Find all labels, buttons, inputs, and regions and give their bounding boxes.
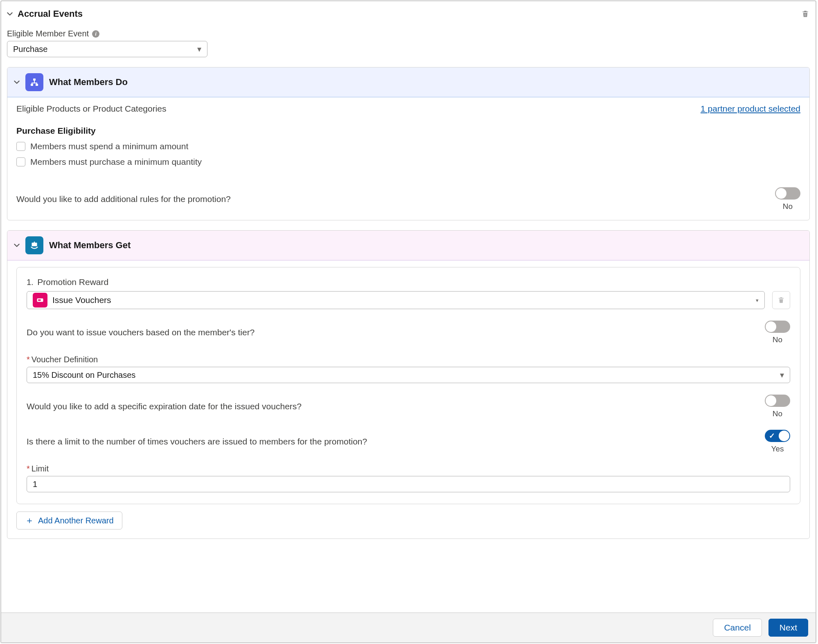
next-button[interactable]: Next xyxy=(768,619,808,637)
trash-icon xyxy=(777,296,785,304)
reward-label: Promotion Reward xyxy=(37,277,108,287)
info-icon[interactable]: i xyxy=(92,30,99,38)
what-members-do-header[interactable]: What Members Do xyxy=(7,67,809,97)
voucher-definition-select[interactable]: 15% Discount on Purchases ▾ xyxy=(27,367,790,383)
limit-toggle[interactable] xyxy=(765,430,790,442)
promotion-reward-select[interactable]: Issue Vouchers ▾ xyxy=(27,291,765,309)
voucher-definition-value: 15% Discount on Purchases xyxy=(33,370,135,380)
footer-bar: Cancel Next xyxy=(1,613,816,642)
limit-label: Limit xyxy=(32,464,49,473)
add-another-reward-button[interactable]: ＋ Add Another Reward xyxy=(16,512,122,530)
cancel-button[interactable]: Cancel xyxy=(713,619,762,637)
expiration-toggle-label: No xyxy=(773,409,782,418)
promotion-reward-value: Issue Vouchers xyxy=(52,295,111,305)
delete-accrual-button[interactable] xyxy=(801,9,810,18)
additional-rules-toggle-label: No xyxy=(783,202,793,211)
hierarchy-icon xyxy=(25,73,43,91)
min-qty-label: Members must purchase a minimum quantity xyxy=(30,157,202,167)
trash-icon xyxy=(801,10,809,18)
voucher-def-label: Voucher Definition xyxy=(32,355,98,364)
chevron-down-icon[interactable] xyxy=(14,79,20,85)
add-another-reward-label: Add Another Reward xyxy=(38,516,114,525)
eligible-event-select[interactable]: Purchase ▾ xyxy=(7,41,207,57)
purchase-eligibility-heading: Purchase Eligibility xyxy=(16,126,800,136)
limit-toggle-label: Yes xyxy=(771,444,784,453)
additional-rules-toggle[interactable] xyxy=(775,187,800,200)
caret-down-icon: ▾ xyxy=(780,370,784,380)
tier-toggle[interactable] xyxy=(765,321,790,333)
what-members-get-title: What Members Get xyxy=(49,240,131,251)
limit-question: Is there a limit to the number of times … xyxy=(27,437,367,447)
what-members-get-header[interactable]: What Members Get xyxy=(7,231,809,260)
chevron-down-icon[interactable] xyxy=(7,11,13,17)
what-members-do-title: What Members Do xyxy=(49,77,128,88)
eligible-event-label: Eligible Member Event xyxy=(7,29,89,38)
voucher-icon xyxy=(33,293,47,307)
tier-question: Do you want to issue vouchers based on t… xyxy=(27,328,255,337)
limit-input[interactable]: 1 xyxy=(27,476,790,492)
selected-products-link[interactable]: 1 partner product selected xyxy=(701,104,800,114)
reward-icon xyxy=(25,236,43,254)
eligible-products-label: Eligible Products or Product Categories xyxy=(16,104,167,114)
reward-number: 1. xyxy=(27,278,34,287)
limit-value: 1 xyxy=(33,480,37,489)
delete-reward-button[interactable] xyxy=(772,291,790,309)
svg-rect-1 xyxy=(31,84,33,86)
min-amount-label: Members must spend a minimum amount xyxy=(30,141,188,151)
expiration-toggle[interactable] xyxy=(765,395,790,407)
svg-rect-2 xyxy=(36,84,38,86)
min-qty-checkbox[interactable] xyxy=(16,157,25,166)
additional-rules-question: Would you like to add additional rules f… xyxy=(16,194,231,204)
svg-rect-5 xyxy=(38,299,41,301)
caret-down-icon: ▾ xyxy=(756,297,759,303)
chevron-down-icon[interactable] xyxy=(14,242,20,248)
caret-down-icon: ▾ xyxy=(197,44,201,54)
reward-card: 1. Promotion Reward Issue Vouchers ▾ xyxy=(16,267,800,504)
section-title-accrual: Accrual Events xyxy=(18,9,83,19)
svg-rect-3 xyxy=(32,243,37,247)
svg-rect-0 xyxy=(33,79,36,81)
tier-toggle-label: No xyxy=(773,335,782,344)
plus-icon: ＋ xyxy=(25,514,34,527)
min-amount-checkbox[interactable] xyxy=(16,142,25,151)
expiration-question: Would you like to add a specific expirat… xyxy=(27,402,302,411)
eligible-event-value: Purchase xyxy=(13,45,48,54)
